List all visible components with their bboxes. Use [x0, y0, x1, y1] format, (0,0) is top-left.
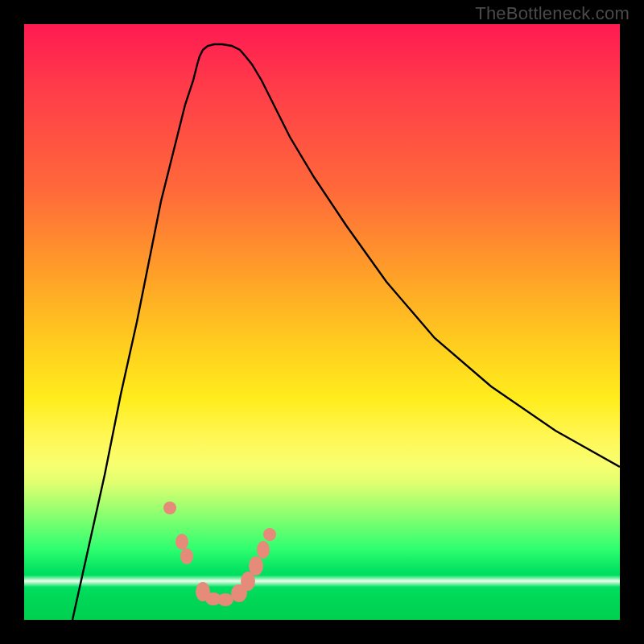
marker-1: [163, 502, 176, 514]
marker-2: [175, 534, 188, 550]
plot-area: [24, 24, 620, 620]
bottleneck-curve: [72, 44, 620, 620]
curve-svg: [24, 24, 620, 620]
marker-layer: [163, 502, 276, 606]
marker-10: [257, 541, 270, 559]
marker-6: [217, 593, 233, 606]
attribution-text: TheBottleneck.com: [475, 3, 630, 24]
marker-11: [263, 528, 276, 541]
marker-3: [180, 548, 193, 564]
marker-9: [249, 556, 263, 576]
outer-frame: TheBottleneck.com: [0, 0, 644, 644]
